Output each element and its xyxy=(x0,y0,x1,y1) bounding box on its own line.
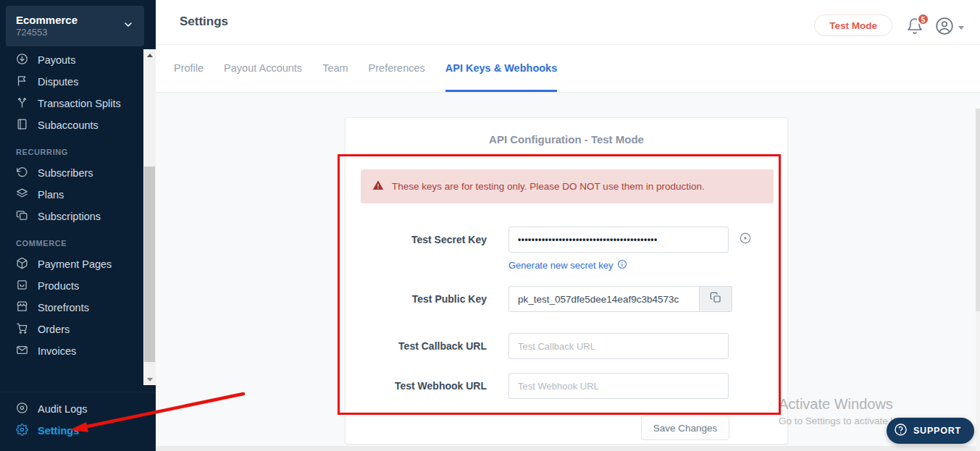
copy-icon xyxy=(710,292,721,306)
flag-icon xyxy=(16,75,28,89)
page-scrollbar-thumb[interactable] xyxy=(976,109,980,311)
generate-secret-key-label: Generate new secret key xyxy=(508,260,613,271)
package-icon xyxy=(16,257,28,271)
sidebar-item-label: Disputes xyxy=(38,76,78,88)
sidebar-footer: Audit Logs Settings xyxy=(0,392,156,442)
cart-icon xyxy=(16,322,28,337)
sidebar-item-label: Subscribers xyxy=(38,167,93,179)
chevron-down-icon xyxy=(122,19,134,33)
sidebar-item-label: Settings xyxy=(38,425,79,437)
sidebar-item-label: Payment Pages xyxy=(38,258,112,270)
sidebar-item-subscriptions[interactable]: Subscriptions xyxy=(0,206,143,227)
sidebar-item-products[interactable]: Products xyxy=(0,275,143,297)
info-icon xyxy=(617,259,627,271)
notification-badge: 5 xyxy=(917,13,929,25)
workspace-name: Ecommerce xyxy=(16,13,78,28)
sidebar-item-storefronts[interactable]: Storefronts xyxy=(0,297,143,319)
envelope-icon xyxy=(16,344,28,358)
avatar-icon xyxy=(935,17,954,38)
sidebar-item-audit-logs[interactable]: Audit Logs xyxy=(0,398,156,420)
api-config-card: API Configuration - Test Mode These keys… xyxy=(345,117,788,444)
caret-down-icon xyxy=(958,26,964,30)
product-box-icon xyxy=(16,279,28,293)
account-menu[interactable] xyxy=(935,17,964,38)
public-key-row: Test Public Key xyxy=(345,286,732,312)
tab-team[interactable]: Team xyxy=(322,45,348,92)
support-button[interactable]: SUPPORT xyxy=(887,418,974,444)
sidebar-item-invoices[interactable]: Invoices xyxy=(0,340,143,362)
cards-icon xyxy=(16,209,28,224)
scroll-up-icon[interactable] xyxy=(143,49,156,61)
tab-preferences[interactable]: Preferences xyxy=(369,45,425,92)
warning-banner: These keys are for testing only. Please … xyxy=(361,169,774,203)
sidebar-item-transaction-splits[interactable]: Transaction Splits xyxy=(0,93,143,114)
top-bar: Settings Test Mode 5 xyxy=(156,0,980,45)
card-title: API Configuration - Test Mode xyxy=(345,133,787,146)
watermark-line1: Activate Windows xyxy=(779,396,930,413)
settings-tabs: Profile Payout Accounts Team Preferences… xyxy=(156,45,980,93)
sidebar-nav: Payouts Disputes Transaction Splits Suba… xyxy=(0,49,143,385)
sidebar-item-subaccounts[interactable]: Subaccounts xyxy=(0,114,143,136)
sidebar-item-settings[interactable]: Settings xyxy=(0,420,156,442)
page-scrollbar[interactable] xyxy=(976,109,980,451)
test-mode-label: Test Mode xyxy=(829,20,877,31)
sidebar-item-label: Invoices xyxy=(38,345,76,357)
sidebar-item-label: Plans xyxy=(38,189,64,201)
book-icon xyxy=(16,118,28,132)
warning-triangle-icon xyxy=(372,180,384,194)
copy-public-key-button[interactable] xyxy=(700,286,732,312)
workspace-id: 724553 xyxy=(16,27,78,39)
workspace-switcher[interactable]: Ecommerce 724553 xyxy=(6,6,144,46)
section-label-commerce: COMMERCE xyxy=(16,239,143,248)
gear-icon xyxy=(16,423,28,438)
sidebar-item-payment-pages[interactable]: Payment Pages xyxy=(0,253,143,275)
webhook-url-input[interactable] xyxy=(508,373,729,399)
scroll-down-icon[interactable] xyxy=(143,374,156,385)
sidebar-item-label: Transaction Splits xyxy=(38,98,121,109)
content-area: API Configuration - Test Mode These keys… xyxy=(156,93,980,451)
sidebar-item-label: Subaccounts xyxy=(38,119,99,131)
test-mode-button[interactable]: Test Mode xyxy=(814,14,892,36)
callback-url-label: Test Callback URL xyxy=(345,340,487,352)
callback-url-input[interactable] xyxy=(508,333,729,359)
notifications-button[interactable]: 5 xyxy=(906,17,925,36)
warning-text: These keys are for testing only. Please … xyxy=(392,181,705,192)
webhook-url-row: Test Webhook URL xyxy=(345,373,729,399)
sidebar-item-label: Audit Logs xyxy=(38,403,88,415)
sidebar: Ecommerce 724553 Payouts Disputes Transa… xyxy=(0,0,156,451)
sidebar-item-orders[interactable]: Orders xyxy=(0,319,143,340)
sidebar-item-subscribers[interactable]: Subscribers xyxy=(0,162,143,184)
generate-secret-key-link[interactable]: Generate new secret key xyxy=(508,259,627,271)
secret-key-row: Test Secret Key ••••••••••••••••••••••••… xyxy=(345,227,752,253)
bell-icon xyxy=(906,25,924,37)
webhook-url-label: Test Webhook URL xyxy=(345,380,487,392)
support-label: SUPPORT xyxy=(913,426,961,436)
split-arrows-icon xyxy=(16,96,28,111)
sidebar-item-label: Storefronts xyxy=(38,302,89,313)
public-key-field[interactable] xyxy=(508,286,700,312)
tab-api-keys-webhooks[interactable]: API Keys & Webhooks xyxy=(445,45,557,92)
reveal-secret-button[interactable] xyxy=(739,232,752,248)
callback-url-row: Test Callback URL xyxy=(345,333,729,359)
sidebar-item-payouts[interactable]: Payouts xyxy=(0,49,143,71)
save-changes-button[interactable]: Save Changes xyxy=(641,416,729,440)
sidebar-item-label: Orders xyxy=(38,324,70,335)
tab-profile[interactable]: Profile xyxy=(174,45,204,92)
rotate-ccw-icon xyxy=(16,166,28,180)
section-label-recurring: RECURRING xyxy=(16,148,143,156)
page-title: Settings xyxy=(180,14,228,29)
sidebar-scrollbar-thumb[interactable] xyxy=(144,167,155,362)
sidebar-item-plans[interactable]: Plans xyxy=(0,184,143,206)
public-key-label: Test Public Key xyxy=(345,293,487,305)
bottom-strip xyxy=(156,446,980,451)
sidebar-scrollbar[interactable] xyxy=(143,49,156,385)
sidebar-item-label: Subscriptions xyxy=(38,211,101,222)
tab-payout-accounts[interactable]: Payout Accounts xyxy=(224,45,302,92)
secret-key-field[interactable]: ••••••••••••••••••••••••••••••••••••••••… xyxy=(508,227,729,253)
question-circle-icon xyxy=(894,423,908,439)
main-area: Settings Test Mode 5 Profile Payout Acco… xyxy=(156,0,980,451)
eye-icon xyxy=(739,232,752,248)
sidebar-item-disputes[interactable]: Disputes xyxy=(0,71,143,93)
layers-icon xyxy=(16,187,28,202)
sidebar-item-label: Payouts xyxy=(38,54,75,66)
